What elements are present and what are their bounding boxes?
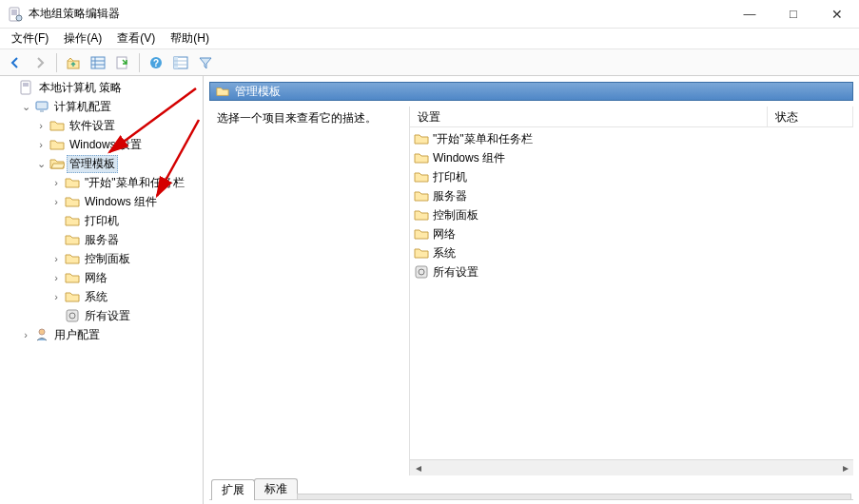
svg-rect-14 xyxy=(174,57,178,68)
folder-icon xyxy=(65,213,80,228)
tree-root[interactable]: 本地计算机 策略 xyxy=(4,78,203,97)
tab-standard[interactable]: 标准 xyxy=(254,478,298,499)
export-button[interactable] xyxy=(111,52,134,73)
toolbar-separator xyxy=(56,53,57,72)
chevron-right-icon[interactable]: › xyxy=(34,120,48,131)
list-view-button[interactable] xyxy=(87,52,109,73)
folder-icon xyxy=(414,226,429,242)
details-button[interactable] xyxy=(169,52,192,73)
list-item[interactable]: 网络 xyxy=(410,224,853,243)
menu-bar: 文件(F) 操作(A) 查看(V) 帮助(H) xyxy=(0,29,859,49)
window-title: 本地组策略编辑器 xyxy=(29,6,728,22)
tree-root-label: 本地计算机 策略 xyxy=(36,79,125,97)
details-header: 管理模板 xyxy=(209,82,853,101)
toolbar-separator xyxy=(139,53,140,72)
folder-icon xyxy=(65,232,80,247)
svg-point-24 xyxy=(39,329,45,335)
description-panel: 选择一个项目来查看它的描述。 xyxy=(209,107,409,475)
scroll-right-icon[interactable]: ▸ xyxy=(837,460,853,476)
back-button[interactable] xyxy=(4,52,27,73)
tree-printers[interactable]: 打印机 xyxy=(49,211,203,230)
folder-icon xyxy=(49,118,65,133)
folder-open-icon xyxy=(49,156,65,171)
user-icon xyxy=(34,327,49,342)
svg-rect-21 xyxy=(40,110,44,112)
tree-windows-settings[interactable]: ›Windows 设置 xyxy=(34,135,203,154)
chevron-right-icon[interactable]: › xyxy=(49,272,63,283)
menu-file[interactable]: 文件(F) xyxy=(6,29,54,48)
tab-strip xyxy=(297,494,851,499)
details-pane: 管理模板 选择一个项目来查看它的描述。 设置 状态 "开始"菜单和任务栏 Win… xyxy=(204,76,859,504)
tree-all-settings[interactable]: 所有设置 xyxy=(49,306,203,325)
up-button[interactable] xyxy=(62,52,85,73)
tree-system[interactable]: ›系统 xyxy=(49,287,203,306)
chevron-down-icon[interactable]: ⌄ xyxy=(34,158,48,170)
list-item[interactable]: 服务器 xyxy=(410,186,853,205)
tree-control-panel[interactable]: ›控制面板 xyxy=(49,249,203,268)
help-button[interactable]: ? xyxy=(145,52,167,73)
folder-icon xyxy=(414,169,429,184)
chevron-right-icon[interactable]: › xyxy=(49,291,63,302)
window-controls: — □ ✕ xyxy=(728,0,859,28)
filter-button[interactable] xyxy=(194,52,217,73)
settings-icon xyxy=(414,264,429,280)
chevron-right-icon[interactable]: › xyxy=(19,329,32,340)
tree-computer-config[interactable]: ⌄ 计算机配置 xyxy=(19,97,203,116)
folder-icon xyxy=(65,251,80,266)
tree-pane[interactable]: 本地计算机 策略 ⌄ 计算机配置 ›软件设置 ›Windows 设置 xyxy=(0,76,204,504)
tab-extended[interactable]: 扩展 xyxy=(211,479,255,500)
tree-admin-templates[interactable]: ⌄管理模板 xyxy=(34,154,203,173)
chevron-right-icon[interactable]: › xyxy=(34,139,48,150)
close-button[interactable]: ✕ xyxy=(815,0,859,28)
scroll-left-icon[interactable]: ◂ xyxy=(410,460,426,476)
folder-icon xyxy=(65,175,80,190)
svg-point-4 xyxy=(16,15,22,21)
folder-icon xyxy=(65,270,80,285)
list-item[interactable]: 控制面板 xyxy=(410,205,853,224)
tree-windows-components[interactable]: ›Windows 组件 xyxy=(49,192,203,211)
svg-rect-22 xyxy=(67,310,78,321)
column-headers[interactable]: 设置 状态 xyxy=(410,107,853,127)
list-item[interactable]: 系统 xyxy=(410,243,853,262)
menu-help[interactable]: 帮助(H) xyxy=(165,29,215,48)
computer-icon xyxy=(34,99,49,114)
tree-start-taskbar[interactable]: ›"开始"菜单和任务栏 xyxy=(49,173,203,192)
minimize-button[interactable]: — xyxy=(728,0,771,28)
folder-icon xyxy=(414,131,429,146)
svg-rect-17 xyxy=(21,81,30,94)
folder-icon xyxy=(414,245,429,261)
menu-view[interactable]: 查看(V) xyxy=(111,29,161,48)
settings-list[interactable]: "开始"菜单和任务栏 Windows 组件 打印机 服务器 控制面板 网络 系统… xyxy=(410,127,853,459)
col-state[interactable]: 状态 xyxy=(768,107,853,126)
list-item[interactable]: 所有设置 xyxy=(410,262,853,281)
chevron-right-icon[interactable]: › xyxy=(49,196,63,207)
folder-icon xyxy=(65,289,80,304)
col-setting[interactable]: 设置 xyxy=(410,107,768,126)
toolbar: ? xyxy=(0,49,859,76)
list-item[interactable]: 打印机 xyxy=(410,167,853,186)
chevron-down-icon[interactable]: ⌄ xyxy=(19,101,32,113)
folder-icon xyxy=(414,188,429,204)
folder-icon xyxy=(49,137,65,152)
list-item[interactable]: "开始"菜单和任务栏 xyxy=(410,129,853,148)
svg-rect-6 xyxy=(91,57,105,68)
app-icon xyxy=(8,7,23,22)
settings-icon xyxy=(65,308,80,323)
folder-icon xyxy=(414,150,429,165)
scroll-track[interactable] xyxy=(426,460,837,475)
chevron-right-icon[interactable]: › xyxy=(49,177,63,188)
maximize-button[interactable]: □ xyxy=(771,0,815,28)
tree-user-config[interactable]: › 用户配置 xyxy=(19,325,203,344)
chevron-right-icon[interactable]: › xyxy=(49,253,63,264)
folder-icon xyxy=(65,194,80,209)
tree-servers[interactable]: 服务器 xyxy=(49,230,203,249)
folder-icon xyxy=(216,85,229,98)
tree-software-settings[interactable]: ›软件设置 xyxy=(34,116,203,135)
folder-icon xyxy=(414,207,429,223)
svg-text:?: ? xyxy=(153,58,159,68)
list-item[interactable]: Windows 组件 xyxy=(410,148,853,167)
horizontal-scrollbar[interactable]: ◂ ▸ xyxy=(410,459,853,475)
menu-action[interactable]: 操作(A) xyxy=(58,29,107,48)
tree-network[interactable]: ›网络 xyxy=(49,268,203,287)
forward-button[interactable] xyxy=(29,52,51,73)
